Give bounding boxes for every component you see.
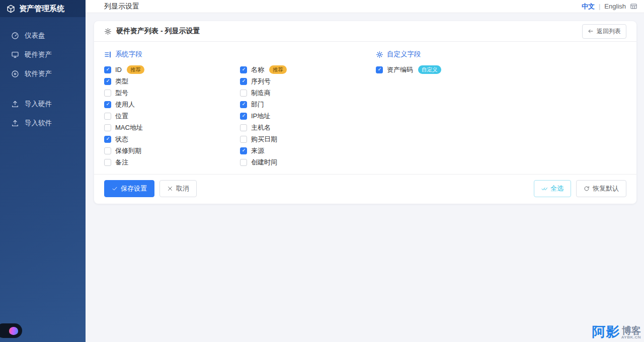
checkbox-checked[interactable] <box>104 66 111 73</box>
checkbox-unchecked[interactable] <box>240 124 247 131</box>
sidebar-item-硬件资产[interactable]: 硬件资产 <box>0 45 86 64</box>
gear-icon <box>104 28 112 35</box>
select-all-button[interactable]: 全选 <box>534 180 571 197</box>
field-label: 制造商 <box>251 89 271 98</box>
checkbox-unchecked[interactable] <box>240 136 247 143</box>
field-checkbox-item[interactable]: 制造商 <box>240 87 376 99</box>
checkbox-unchecked[interactable] <box>240 159 247 166</box>
system-fields-section: 系统字段 ID推荐类型型号使用人位置MAC地址状态保修到期备注 名称推荐序列号制… <box>104 50 376 168</box>
checkbox-unchecked[interactable] <box>104 147 111 154</box>
field-checkbox-item[interactable]: MAC地址 <box>104 122 240 133</box>
system-fields-col2: 名称推荐序列号制造商部门IP地址主机名购买日期来源创建时间 <box>240 64 376 168</box>
field-label: 名称 <box>251 65 264 74</box>
field-label: 保修到期 <box>115 146 141 155</box>
checkbox-checked[interactable] <box>104 101 111 108</box>
gear-icon <box>376 51 383 58</box>
field-label: 状态 <box>115 135 128 144</box>
checkbox-unchecked[interactable] <box>104 159 111 166</box>
field-checkbox-item[interactable]: 备注 <box>104 156 240 168</box>
check-icon <box>112 186 118 192</box>
checkbox-unchecked[interactable] <box>104 113 111 120</box>
field-checkbox-item[interactable]: 资产编码自定义 <box>376 64 512 75</box>
field-checkbox-item[interactable]: 类型 <box>104 75 240 87</box>
cancel-button[interactable]: 取消 <box>159 180 197 197</box>
table-icon[interactable] <box>630 3 637 10</box>
card-title: 硬件资产列表 - 列显示设置 <box>104 27 200 36</box>
checkbox-checked[interactable] <box>240 147 247 154</box>
field-badge: 自定义 <box>418 65 441 74</box>
checkbox-checked[interactable] <box>104 78 111 85</box>
brain-icon <box>9 327 18 335</box>
field-badge: 推荐 <box>127 65 144 74</box>
sidebar-item-软件资产[interactable]: 软件资产 <box>0 64 86 83</box>
lang-zh[interactable]: 中文 <box>582 2 595 11</box>
sidebar-item-导入软件[interactable]: 导入软件 <box>0 114 86 133</box>
sidebar-item-label: 导入软件 <box>25 119 52 128</box>
field-checkbox-item[interactable]: 创建时间 <box>240 156 376 168</box>
field-label: 型号 <box>115 89 128 98</box>
checkbox-checked[interactable] <box>240 78 247 85</box>
field-checkbox-item[interactable]: 状态 <box>104 133 240 145</box>
field-label: MAC地址 <box>115 123 143 132</box>
custom-fields-col: 资产编码自定义 <box>376 64 512 75</box>
upload-icon <box>11 100 19 108</box>
sidebar-nav: 仪表盘硬件资产软件资产 <box>0 26 86 83</box>
assistant-pill[interactable] <box>0 323 22 338</box>
settings-card: 硬件资产列表 - 列显示设置 返回列表 系统字段 ID推荐类型型号使用人位置MA… <box>94 21 636 204</box>
field-checkbox-item[interactable]: 保修到期 <box>104 145 240 156</box>
watermark-main: 阿影 <box>592 323 620 341</box>
field-label: 序列号 <box>251 77 271 86</box>
system-fields-title: 系统字段 <box>104 50 376 59</box>
checkbox-checked[interactable] <box>240 113 247 120</box>
checkbox-unchecked[interactable] <box>240 90 247 97</box>
field-checkbox-item[interactable]: 部门 <box>240 99 376 110</box>
checkbox-checked[interactable] <box>104 136 111 143</box>
lang-en[interactable]: English <box>604 3 626 10</box>
field-checkbox-item[interactable]: 名称推荐 <box>240 64 376 75</box>
field-checkbox-item[interactable]: ID推荐 <box>104 64 240 75</box>
app-logo: 资产管理系统 <box>0 0 86 17</box>
field-checkbox-item[interactable]: 购买日期 <box>240 133 376 145</box>
cube-icon <box>7 5 15 13</box>
field-checkbox-item[interactable]: 使用人 <box>104 99 240 110</box>
sidebar-item-导入硬件[interactable]: 导入硬件 <box>0 95 86 114</box>
card-title-text: 硬件资产列表 - 列显示设置 <box>116 27 200 36</box>
watermark-url: AYBK.CN <box>621 335 641 339</box>
disc-icon <box>11 70 19 78</box>
custom-fields-section: 自定义字段 资产编码自定义 <box>376 50 626 168</box>
language-switch: 中文 | English <box>582 2 637 11</box>
system-fields-col1: ID推荐类型型号使用人位置MAC地址状态保修到期备注 <box>104 64 240 168</box>
sidebar-item-label: 软件资产 <box>25 69 52 78</box>
checkbox-checked[interactable] <box>240 101 247 108</box>
field-label: 创建时间 <box>251 158 277 167</box>
app-title: 资产管理系统 <box>19 4 64 14</box>
field-label: 位置 <box>115 112 128 121</box>
sidebar-item-label: 导入硬件 <box>25 100 52 109</box>
checkbox-checked[interactable] <box>240 66 247 73</box>
field-checkbox-item[interactable]: 位置 <box>104 110 240 122</box>
restore-default-button[interactable]: 恢复默认 <box>576 180 626 197</box>
field-checkbox-item[interactable]: IP地址 <box>240 110 376 122</box>
checkbox-unchecked[interactable] <box>104 90 111 97</box>
field-checkbox-item[interactable]: 型号 <box>104 87 240 99</box>
sidebar-item-仪表盘[interactable]: 仪表盘 <box>0 26 86 45</box>
field-label: 使用人 <box>115 100 135 109</box>
back-to-list-button[interactable]: 返回列表 <box>582 24 626 39</box>
field-label: 类型 <box>115 77 128 86</box>
monitor-icon <box>11 51 19 59</box>
lang-divider: | <box>599 3 600 10</box>
card-header: 硬件资产列表 - 列显示设置 返回列表 <box>94 21 636 42</box>
field-label: 来源 <box>251 146 264 155</box>
field-checkbox-item[interactable]: 序列号 <box>240 75 376 87</box>
field-checkbox-item[interactable]: 主机名 <box>240 122 376 133</box>
checkbox-checked[interactable] <box>376 66 383 73</box>
sidebar-item-label: 硬件资产 <box>25 50 52 59</box>
sidebar: 资产管理系统 仪表盘硬件资产软件资产 导入硬件导入软件 <box>0 0 86 342</box>
save-settings-button[interactable]: 保存设置 <box>104 180 154 197</box>
card-body: 系统字段 ID推荐类型型号使用人位置MAC地址状态保修到期备注 名称推荐序列号制… <box>94 42 636 174</box>
sidebar-item-label: 仪表盘 <box>25 31 45 40</box>
checkbox-unchecked[interactable] <box>104 124 111 131</box>
page-title: 列显示设置 <box>104 2 139 11</box>
field-label: 购买日期 <box>251 135 277 144</box>
field-checkbox-item[interactable]: 来源 <box>240 145 376 156</box>
